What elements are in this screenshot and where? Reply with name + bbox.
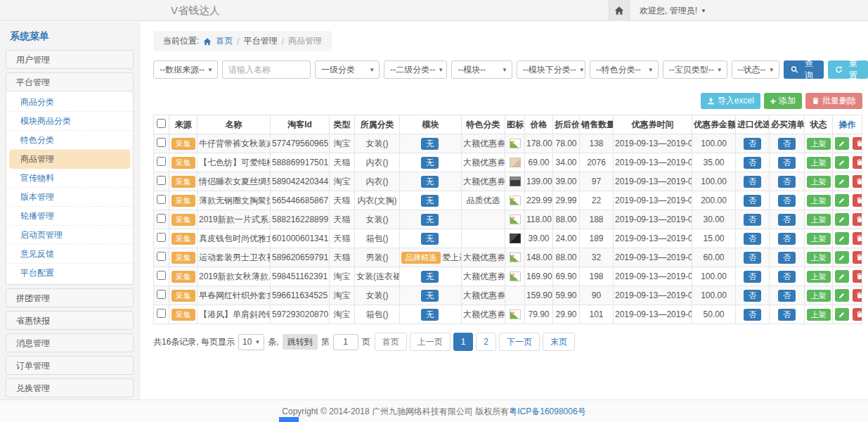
delete-button[interactable] xyxy=(853,213,862,226)
delete-button[interactable] xyxy=(853,308,862,321)
row-checkbox[interactable] xyxy=(157,252,166,261)
page-button-6[interactable]: 末页 xyxy=(543,333,575,351)
sidebar-item-3[interactable]: 消息管理 xyxy=(6,333,134,352)
import-select-toggle[interactable]: 否 xyxy=(744,252,761,264)
filter-select-category-2[interactable]: --二级分类--▼ xyxy=(384,60,447,79)
sidebar-item-user-mgmt[interactable]: 用户管理 xyxy=(6,50,134,69)
row-checkbox[interactable] xyxy=(157,157,166,166)
edit-button[interactable] xyxy=(835,175,849,188)
edit-button[interactable] xyxy=(835,270,849,283)
import-select-toggle[interactable]: 否 xyxy=(744,157,761,169)
filter-select-module[interactable]: --模块--▼ xyxy=(451,60,512,79)
breadcrumb-home-link[interactable]: 首页 xyxy=(216,35,233,47)
import-select-toggle[interactable]: 否 xyxy=(744,233,761,245)
edit-button[interactable] xyxy=(835,194,849,207)
import-select-toggle[interactable]: 否 xyxy=(744,271,761,283)
search-button[interactable]: 查询 xyxy=(784,60,824,79)
row-checkbox[interactable] xyxy=(157,176,166,185)
delete-button[interactable] xyxy=(853,137,862,150)
status-toggle[interactable]: 上架 xyxy=(807,176,831,188)
row-checkbox[interactable] xyxy=(157,195,166,204)
filter-select-status[interactable]: --状态--▼ xyxy=(732,60,779,79)
page-button-4[interactable]: 2 xyxy=(476,333,496,351)
must-buy-toggle[interactable]: 否 xyxy=(778,271,796,283)
row-checkbox[interactable] xyxy=(157,290,166,299)
edit-button[interactable] xyxy=(835,213,849,226)
must-buy-toggle[interactable]: 否 xyxy=(778,138,796,150)
page-button-3[interactable]: 1 xyxy=(453,333,474,351)
must-buy-toggle[interactable]: 否 xyxy=(778,195,796,207)
edit-button[interactable] xyxy=(835,308,849,321)
import-select-toggle[interactable]: 否 xyxy=(744,290,761,302)
import-select-toggle[interactable]: 否 xyxy=(744,195,761,207)
delete-button[interactable] xyxy=(853,251,862,264)
delete-button[interactable] xyxy=(853,175,862,188)
sidebar-subitem-2[interactable]: 模块商品分类 xyxy=(6,112,133,131)
import-excel-button[interactable]: 导入excel xyxy=(701,93,760,109)
row-checkbox[interactable] xyxy=(157,233,166,242)
row-checkbox[interactable] xyxy=(157,309,166,318)
page-button-1[interactable]: 首页 xyxy=(375,333,407,351)
reset-button[interactable]: 重置 xyxy=(828,60,868,79)
delete-button[interactable] xyxy=(853,232,862,245)
sidebar-item-platform-mgmt[interactable]: 平台管理 xyxy=(6,72,134,91)
delete-button[interactable] xyxy=(853,194,862,207)
status-toggle[interactable]: 上架 xyxy=(807,252,831,264)
sidebar-subitem-6[interactable]: 版本管理 xyxy=(6,188,133,207)
status-toggle[interactable]: 上架 xyxy=(807,195,831,207)
page-button-2[interactable]: 上一页 xyxy=(410,333,451,351)
add-button[interactable]: + 添加 xyxy=(764,93,802,109)
row-checkbox[interactable] xyxy=(157,271,166,280)
jump-page-input[interactable] xyxy=(333,334,358,350)
filter-select-data-source[interactable]: --数据来源--▼ xyxy=(153,60,218,79)
sidebar-item-5[interactable]: 兑换管理 xyxy=(6,378,134,397)
must-buy-toggle[interactable]: 否 xyxy=(778,290,796,302)
must-buy-toggle[interactable]: 否 xyxy=(778,214,796,226)
sidebar-subitem-10[interactable]: 平台配置 xyxy=(6,264,133,283)
batch-delete-button[interactable]: 批量删除 xyxy=(805,93,862,109)
jump-button[interactable]: 跳转到 xyxy=(283,334,318,350)
edit-button[interactable] xyxy=(835,251,849,264)
status-toggle[interactable]: 上架 xyxy=(807,233,831,245)
delete-button[interactable] xyxy=(853,270,862,283)
delete-button[interactable] xyxy=(853,289,862,302)
sidebar-subitem-3[interactable]: 特色分类 xyxy=(6,131,133,150)
status-toggle[interactable]: 上架 xyxy=(807,138,831,150)
filter-select-module-sub[interactable]: --模块下分类--▼ xyxy=(517,60,585,79)
import-select-toggle[interactable]: 否 xyxy=(744,214,761,226)
delete-button[interactable] xyxy=(853,156,862,169)
sidebar-item-1[interactable]: 拼团管理 xyxy=(6,288,134,307)
status-toggle[interactable]: 上架 xyxy=(807,157,831,169)
import-select-toggle[interactable]: 否 xyxy=(744,176,761,188)
status-toggle[interactable]: 上架 xyxy=(807,271,831,283)
status-toggle[interactable]: 上架 xyxy=(807,290,831,302)
sidebar-subitem-5[interactable]: 宣传物料 xyxy=(6,169,133,188)
filter-select-feature[interactable]: --特色分类--▼ xyxy=(590,60,659,79)
sidebar-item-4[interactable]: 订单管理 xyxy=(6,356,134,375)
edit-button[interactable] xyxy=(835,137,849,150)
row-checkbox[interactable] xyxy=(157,138,166,147)
page-button-5[interactable]: 下一页 xyxy=(499,333,540,351)
filter-select-item-type[interactable]: --宝贝类型--▼ xyxy=(663,60,727,79)
status-toggle[interactable]: 上架 xyxy=(807,214,831,226)
sidebar-item-2[interactable]: 省惠快报 xyxy=(6,311,134,330)
sidebar-subitem-7[interactable]: 轮播管理 xyxy=(6,207,133,226)
must-buy-toggle[interactable]: 否 xyxy=(778,233,796,245)
edit-button[interactable] xyxy=(835,289,849,302)
page-size-select[interactable]: 10▼ xyxy=(238,334,264,350)
sidebar-subitem-8[interactable]: 启动页管理 xyxy=(6,226,133,245)
sidebar-subitem-4[interactable]: 商品管理 xyxy=(9,150,130,169)
row-checkbox[interactable] xyxy=(157,214,166,223)
select-all-checkbox[interactable] xyxy=(157,119,166,128)
must-buy-toggle[interactable]: 否 xyxy=(778,176,796,188)
must-buy-toggle[interactable]: 否 xyxy=(778,157,796,169)
sidebar-subitem-1[interactable]: 商品分类 xyxy=(6,93,133,112)
filter-select-category-1[interactable]: 一级分类▼ xyxy=(315,60,380,79)
edit-button[interactable] xyxy=(835,156,849,169)
must-buy-toggle[interactable]: 否 xyxy=(778,252,796,264)
edit-button[interactable] xyxy=(835,232,849,245)
must-buy-toggle[interactable]: 否 xyxy=(778,309,796,321)
import-select-toggle[interactable]: 否 xyxy=(744,309,761,321)
icp-link[interactable]: 粤ICP备16098006号 xyxy=(509,407,585,416)
import-select-toggle[interactable]: 否 xyxy=(744,138,761,150)
